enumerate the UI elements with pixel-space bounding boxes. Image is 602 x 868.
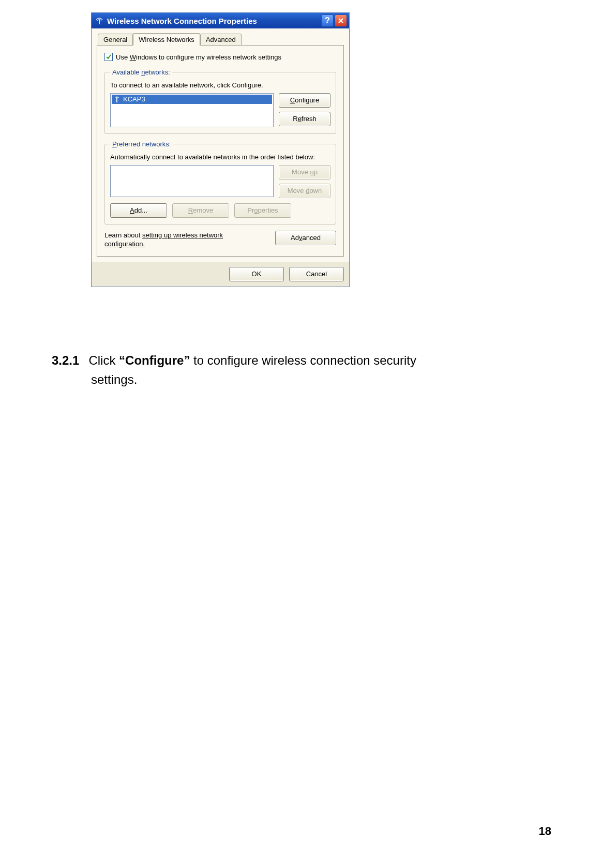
move-up-button: Move up: [279, 165, 330, 179]
remove-button: Remove: [172, 203, 229, 218]
use-windows-checkbox[interactable]: [104, 53, 113, 61]
help-button[interactable]: ?: [321, 14, 334, 27]
configure-button[interactable]: Configure: [279, 93, 330, 108]
available-networks-help: To connect to an available network, clic…: [110, 81, 330, 90]
preferred-networks-help: Automatically connect to available netwo…: [110, 153, 330, 162]
preferred-networks-legend: Preferred networks:: [110, 140, 173, 148]
properties-button: Properties: [234, 203, 291, 218]
tabstrip: General Wireless Networks Advanced: [98, 33, 344, 45]
tab-wireless-networks[interactable]: Wireless Networks: [133, 33, 200, 46]
tab-panel: Use Windows to configure my wireless net…: [97, 45, 344, 257]
move-down-button: Move down: [279, 184, 330, 198]
advanced-button[interactable]: Advanced: [275, 231, 336, 245]
preferred-networks-list[interactable]: [110, 165, 274, 197]
ok-button[interactable]: OK: [229, 267, 284, 281]
instruction-number: 3.2.1: [52, 353, 79, 367]
use-windows-label: Use Windows to configure my wireless net…: [116, 53, 281, 61]
wireless-app-icon: [95, 16, 104, 25]
add-button[interactable]: Add...: [110, 203, 167, 218]
dialog-window: Wireless Network Connection Properties ?…: [91, 12, 350, 287]
tab-general[interactable]: General: [98, 34, 133, 46]
svg-rect-0: [99, 20, 100, 24]
dialog-button-row: OK Cancel: [92, 262, 349, 287]
available-networks-list[interactable]: KCAP3: [110, 93, 274, 127]
refresh-button[interactable]: Refresh: [279, 112, 330, 126]
titlebar: Wireless Network Connection Properties ?: [92, 13, 349, 28]
svg-rect-1: [116, 98, 117, 102]
close-button[interactable]: [335, 14, 347, 27]
preferred-networks-group: Preferred networks: Automatically connec…: [104, 140, 336, 225]
window-title: Wireless Network Connection Properties: [107, 17, 257, 25]
learn-about-text: Learn about setting up wireless network …: [104, 231, 260, 249]
available-network-name: KCAP3: [123, 95, 145, 103]
tab-advanced[interactable]: Advanced: [200, 34, 242, 46]
available-networks-legend: Available networks:: [110, 68, 172, 76]
available-network-item[interactable]: KCAP3: [112, 95, 272, 104]
available-networks-group: Available networks: To connect to an ava…: [104, 68, 336, 134]
instruction-text: 3.2.1Click “Configure” to configure wire…: [52, 351, 548, 389]
page-number: 18: [539, 825, 551, 838]
use-windows-checkbox-row[interactable]: Use Windows to configure my wireless net…: [104, 53, 336, 61]
cancel-button[interactable]: Cancel: [289, 267, 344, 281]
network-icon: [114, 96, 120, 103]
svg-point-2: [116, 97, 117, 98]
